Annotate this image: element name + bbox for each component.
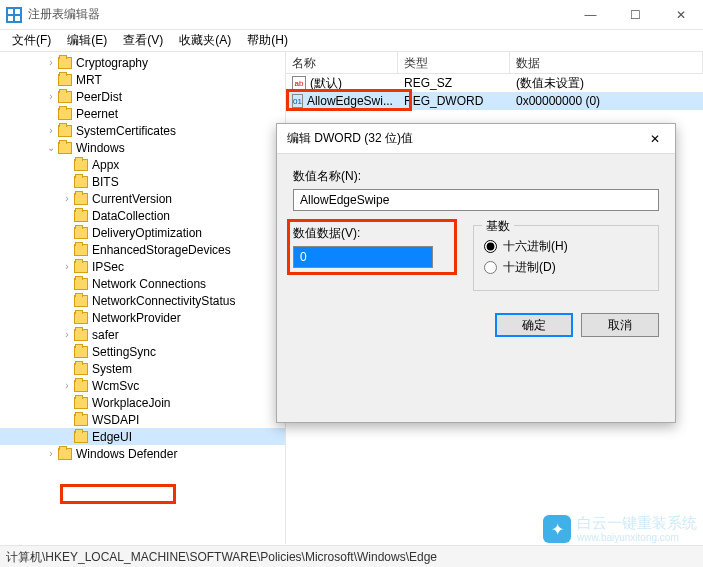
folder-icon <box>74 278 88 290</box>
chevron-right-icon[interactable]: › <box>60 261 74 272</box>
tree-node-settingsync[interactable]: SettingSync <box>0 343 285 360</box>
chevron-right-icon[interactable]: › <box>60 193 74 204</box>
data-input[interactable] <box>293 246 433 268</box>
folder-icon <box>74 363 88 375</box>
folder-icon <box>74 244 88 256</box>
tree-node-system[interactable]: System <box>0 360 285 377</box>
chevron-right-icon[interactable]: › <box>44 91 58 102</box>
tree-node-enhancedstoragedevices[interactable]: EnhancedStorageDevices <box>0 241 285 258</box>
tree-node-mrt[interactable]: MRT <box>0 71 285 88</box>
name-input[interactable] <box>293 189 659 211</box>
tree-node-peernet[interactable]: Peernet <box>0 105 285 122</box>
tree-node-edgeui[interactable]: EdgeUI <box>0 428 285 445</box>
tree-node-datacollection[interactable]: DataCollection <box>0 207 285 224</box>
tree-node-systemcertificates[interactable]: ›SystemCertificates <box>0 122 285 139</box>
folder-icon <box>74 227 88 239</box>
svg-rect-4 <box>15 16 20 21</box>
chevron-right-icon[interactable]: › <box>60 380 74 391</box>
column-type[interactable]: 类型 <box>398 52 510 73</box>
menu-help[interactable]: 帮助(H) <box>239 30 296 51</box>
tree-node-networkconnectivitystatus[interactable]: NetworkConnectivityStatus <box>0 292 285 309</box>
column-data[interactable]: 数据 <box>510 52 703 73</box>
watermark: ✦ 白云一键重装系统www.baiyunxitong.com <box>543 515 697 543</box>
radio-hex[interactable]: 十六进制(H) <box>484 238 648 255</box>
menu-view[interactable]: 查看(V) <box>115 30 171 51</box>
folder-icon <box>58 57 72 69</box>
base-group: 基数 十六进制(H) 十进制(D) <box>473 225 659 291</box>
tree-node-ipsec[interactable]: ›IPSec <box>0 258 285 275</box>
tree-node-wsdapi[interactable]: WSDAPI <box>0 411 285 428</box>
titlebar: 注册表编辑器 — ☐ ✕ <box>0 0 703 30</box>
menubar: 文件(F) 编辑(E) 查看(V) 收藏夹(A) 帮助(H) <box>0 30 703 52</box>
radio-dec[interactable]: 十进制(D) <box>484 259 648 276</box>
dword-value-icon: 01 <box>292 94 303 108</box>
minimize-button[interactable]: — <box>568 0 613 30</box>
app-icon <box>6 7 22 23</box>
tree-node-workplacejoin[interactable]: WorkplaceJoin <box>0 394 285 411</box>
folder-icon <box>58 74 72 86</box>
maximize-button[interactable]: ☐ <box>613 0 658 30</box>
tree-node-currentversion[interactable]: ›CurrentVersion <box>0 190 285 207</box>
folder-icon <box>74 346 88 358</box>
folder-icon <box>74 414 88 426</box>
chevron-down-icon[interactable]: ⌄ <box>44 142 58 153</box>
value-row-default[interactable]: ab(默认) REG_SZ (数值未设置) <box>286 74 703 92</box>
statusbar: 计算机\HKEY_LOCAL_MACHINE\SOFTWARE\Policies… <box>0 545 703 567</box>
tree-node-windows[interactable]: ⌄Windows <box>0 139 285 156</box>
cancel-button[interactable]: 取消 <box>581 313 659 337</box>
menu-favorites[interactable]: 收藏夹(A) <box>171 30 239 51</box>
folder-icon <box>74 431 88 443</box>
tree-node-bits[interactable]: BITS <box>0 173 285 190</box>
chevron-right-icon[interactable]: › <box>44 57 58 68</box>
edit-dword-dialog: 编辑 DWORD (32 位)值 ✕ 数值名称(N): 数值数据(V): 基数 … <box>276 123 676 423</box>
folder-icon <box>74 295 88 307</box>
dialog-titlebar[interactable]: 编辑 DWORD (32 位)值 ✕ <box>277 124 675 154</box>
tree-node-wcmsvc[interactable]: ›WcmSvc <box>0 377 285 394</box>
menu-file[interactable]: 文件(F) <box>4 30 59 51</box>
value-row-allowedgeswipe[interactable]: 01AllowEdgeSwi... REG_DWORD 0x00000000 (… <box>286 92 703 110</box>
column-name[interactable]: 名称 <box>286 52 398 73</box>
dialog-buttons: 确定 取消 <box>277 305 675 351</box>
base-legend: 基数 <box>482 218 514 235</box>
folder-icon <box>74 312 88 324</box>
tree-node-peerdist[interactable]: ›PeerDist <box>0 88 285 105</box>
folder-icon <box>58 108 72 120</box>
chevron-right-icon[interactable]: › <box>44 448 58 459</box>
folder-icon <box>74 397 88 409</box>
folder-icon <box>74 210 88 222</box>
dialog-body: 数值名称(N): 数值数据(V): 基数 十六进制(H) 十进制(D) <box>277 154 675 305</box>
folder-icon <box>58 91 72 103</box>
string-value-icon: ab <box>292 76 306 90</box>
folder-icon <box>74 159 88 171</box>
svg-rect-2 <box>15 9 20 14</box>
ok-button[interactable]: 确定 <box>495 313 573 337</box>
tree-node-windows-defender[interactable]: ›Windows Defender <box>0 445 285 462</box>
tree-node-networkprovider[interactable]: NetworkProvider <box>0 309 285 326</box>
folder-icon <box>74 261 88 273</box>
tree-node-network-connections[interactable]: Network Connections <box>0 275 285 292</box>
folder-icon <box>74 380 88 392</box>
tree-node-appx[interactable]: Appx <box>0 156 285 173</box>
data-label: 数值数据(V): <box>293 225 453 242</box>
tree-node-deliveryoptimization[interactable]: DeliveryOptimization <box>0 224 285 241</box>
name-label: 数值名称(N): <box>293 168 659 185</box>
folder-icon <box>74 193 88 205</box>
svg-rect-3 <box>8 16 13 21</box>
close-button[interactable]: ✕ <box>658 0 703 30</box>
dialog-close-button[interactable]: ✕ <box>635 124 675 154</box>
chevron-right-icon[interactable]: › <box>60 329 74 340</box>
menu-edit[interactable]: 编辑(E) <box>59 30 115 51</box>
tree-pane[interactable]: ›Cryptography MRT ›PeerDist Peernet ›Sys… <box>0 52 286 544</box>
dialog-title: 编辑 DWORD (32 位)值 <box>287 130 635 147</box>
tree-node-safer[interactable]: ›safer <box>0 326 285 343</box>
window-title: 注册表编辑器 <box>28 6 568 23</box>
folder-icon <box>74 176 88 188</box>
folder-icon <box>74 329 88 341</box>
watermark-icon: ✦ <box>543 515 571 543</box>
chevron-right-icon[interactable]: › <box>44 125 58 136</box>
list-header: 名称 类型 数据 <box>286 52 703 74</box>
folder-icon <box>58 448 72 460</box>
tree-node-cryptography[interactable]: ›Cryptography <box>0 54 285 71</box>
folder-icon <box>58 142 72 154</box>
folder-icon <box>58 125 72 137</box>
